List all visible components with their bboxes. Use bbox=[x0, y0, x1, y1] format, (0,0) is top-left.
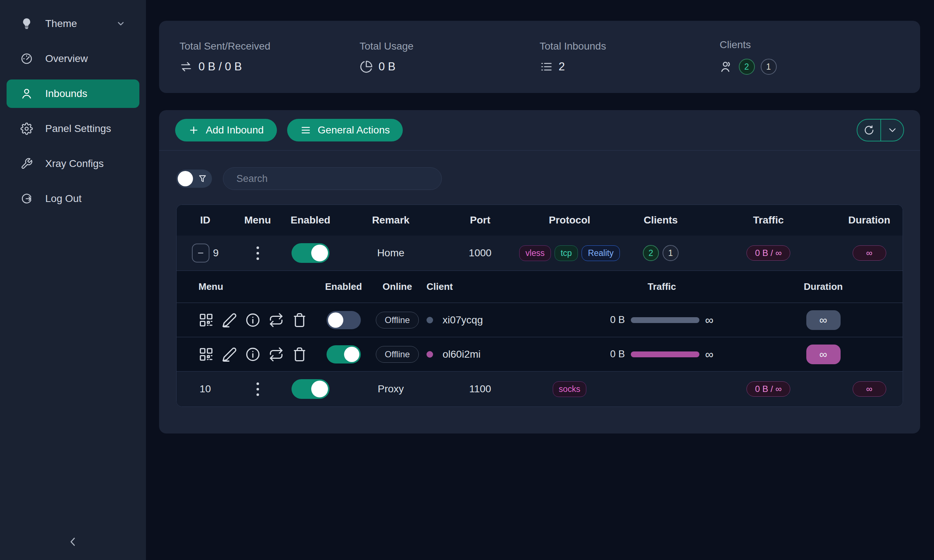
inbound-remark: Home bbox=[340, 247, 442, 259]
swap-arrows-icon bbox=[179, 60, 193, 73]
col-header-enabled: Enabled bbox=[281, 214, 340, 226]
inbounds-card: Add Inbound General Actions bbox=[159, 110, 920, 434]
col-header-clients: Clients bbox=[621, 214, 701, 226]
chevron-down-icon bbox=[116, 19, 125, 28]
general-actions-button[interactable]: General Actions bbox=[287, 119, 403, 142]
client-status-dot bbox=[427, 317, 433, 323]
protocol-badge: vless bbox=[519, 245, 550, 261]
duration-badge: ∞ bbox=[852, 382, 886, 397]
qr-code-icon[interactable] bbox=[199, 347, 214, 362]
duration-badge: ∞ bbox=[806, 345, 841, 364]
stat-value: 2 bbox=[559, 60, 565, 73]
sub-col-header-traffic: Traffic bbox=[580, 281, 744, 292]
info-icon[interactable] bbox=[245, 347, 260, 362]
protocol-badge: Reality bbox=[581, 245, 620, 261]
gear-icon bbox=[20, 123, 33, 135]
refresh-dropdown-button[interactable] bbox=[880, 120, 903, 141]
filter-toggle[interactable] bbox=[176, 169, 212, 188]
sidebar-collapse-button[interactable] bbox=[0, 531, 146, 553]
wrench-icon bbox=[20, 157, 33, 170]
inbound-port: 1000 bbox=[442, 247, 518, 259]
protocol-badge: socks bbox=[553, 382, 587, 397]
col-header-menu: Menu bbox=[234, 214, 281, 226]
col-header-duration: Duration bbox=[836, 214, 903, 226]
chevron-down-icon bbox=[887, 125, 898, 135]
client-row: Offline ol60i2mi 0 B ∞ ∞ bbox=[177, 337, 903, 371]
traffic-used: 0 B bbox=[610, 314, 625, 326]
col-header-remark: Remark bbox=[340, 214, 442, 226]
main-content: Total Sent/Received 0 B / 0 B Total Usag… bbox=[146, 0, 934, 560]
sidebar-item-theme[interactable]: Theme bbox=[6, 9, 139, 38]
search-input[interactable] bbox=[223, 167, 442, 190]
sidebar-item-label: Log Out bbox=[45, 193, 82, 205]
sidebar-item-log-out[interactable]: Log Out bbox=[6, 185, 139, 213]
client-name: xi07ycqg bbox=[442, 314, 483, 326]
table-header-row: ID Menu Enabled Remark Port Protocol Cli… bbox=[177, 205, 903, 235]
stat-label: Total Sent/Received bbox=[179, 40, 360, 52]
table-row: 10 Proxy 1100 socks 0 B / ∞ ∞ bbox=[177, 372, 903, 406]
toolbar: Add Inbound General Actions bbox=[159, 110, 920, 150]
traffic-badge: 0 B / ∞ bbox=[746, 382, 790, 397]
enabled-toggle[interactable] bbox=[291, 379, 330, 399]
qr-code-icon[interactable] bbox=[199, 312, 214, 328]
sub-table-header-row: Menu Enabled Online Client Traffic Durat… bbox=[177, 271, 903, 303]
sidebar-item-inbounds[interactable]: Inbounds bbox=[6, 80, 139, 108]
stat-clients: Clients 2 1 bbox=[720, 39, 900, 75]
col-header-port: Port bbox=[442, 214, 518, 226]
col-header-protocol: Protocol bbox=[518, 214, 621, 226]
inbound-remark: Proxy bbox=[340, 383, 442, 395]
expanded-clients-section: Menu Enabled Online Client Traffic Durat… bbox=[177, 271, 903, 372]
online-status-badge: Offline bbox=[376, 346, 419, 363]
sub-col-header-menu: Menu bbox=[199, 281, 319, 292]
filter-row bbox=[176, 167, 903, 190]
stat-label: Total Inbounds bbox=[539, 40, 720, 52]
toolbar-divider bbox=[159, 150, 920, 151]
logout-icon bbox=[20, 192, 33, 205]
inbound-id: 9 bbox=[213, 247, 219, 259]
stat-total-usage: Total Usage 0 B bbox=[360, 40, 540, 73]
reset-traffic-icon[interactable] bbox=[268, 347, 284, 362]
info-icon[interactable] bbox=[245, 312, 260, 328]
sidebar-item-label: Xray Configs bbox=[45, 158, 103, 169]
sidebar-item-overview[interactable]: Overview bbox=[6, 45, 139, 73]
collapse-row-button[interactable] bbox=[192, 243, 210, 263]
reset-traffic-icon[interactable] bbox=[268, 312, 284, 328]
chevron-left-icon bbox=[66, 535, 80, 548]
client-enabled-toggle[interactable] bbox=[327, 345, 361, 363]
sub-col-header-enabled: Enabled bbox=[319, 281, 368, 292]
clients-online-badge: 2 bbox=[643, 245, 659, 261]
sub-col-header-client: Client bbox=[427, 281, 580, 292]
duration-badge: ∞ bbox=[806, 310, 841, 330]
users-icon bbox=[720, 60, 733, 73]
gauge-icon bbox=[20, 52, 33, 65]
sidebar-item-xray-configs[interactable]: Xray Configs bbox=[6, 149, 139, 178]
client-enabled-toggle[interactable] bbox=[327, 311, 361, 329]
bulb-icon bbox=[20, 17, 33, 30]
menu-lines-icon bbox=[300, 125, 311, 135]
trash-icon[interactable] bbox=[292, 312, 307, 328]
duration-badge: ∞ bbox=[852, 245, 886, 261]
stat-label: Total Usage bbox=[360, 40, 540, 52]
refresh-split-button bbox=[857, 119, 904, 142]
trash-icon[interactable] bbox=[292, 347, 307, 362]
sidebar: Theme Overview Inbounds Panel Settings X… bbox=[0, 0, 146, 560]
clients-deactive-badge: 1 bbox=[761, 59, 777, 75]
edit-icon[interactable] bbox=[222, 312, 237, 328]
sidebar-item-panel-settings[interactable]: Panel Settings bbox=[6, 114, 139, 143]
refresh-button[interactable] bbox=[857, 120, 880, 141]
stat-label: Clients bbox=[720, 39, 900, 51]
add-inbound-button[interactable]: Add Inbound bbox=[175, 119, 277, 142]
sub-col-header-duration: Duration bbox=[744, 281, 903, 292]
row-menu-button[interactable] bbox=[254, 243, 262, 263]
stat-total-sent-received: Total Sent/Received 0 B / 0 B bbox=[179, 40, 360, 73]
table-row: 9 Home 1000 vless tcp Reality 2 1 bbox=[177, 235, 903, 271]
enabled-toggle[interactable] bbox=[291, 243, 330, 263]
traffic-progress-bar bbox=[631, 351, 700, 357]
inbound-port: 1100 bbox=[442, 383, 518, 395]
stat-total-inbounds: Total Inbounds 2 bbox=[539, 40, 720, 73]
row-menu-button[interactable] bbox=[254, 380, 262, 399]
sidebar-item-label: Overview bbox=[45, 53, 88, 65]
online-status-badge: Offline bbox=[376, 312, 419, 328]
edit-icon[interactable] bbox=[222, 347, 237, 362]
inbound-id: 10 bbox=[200, 383, 211, 395]
